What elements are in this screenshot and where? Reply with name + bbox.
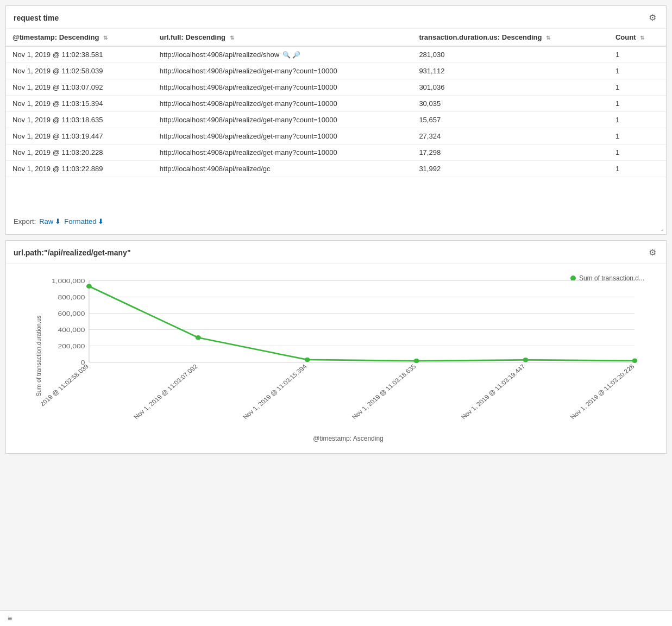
cell-timestamp: Nov 1, 2019 @ 11:03:22.889 — [6, 161, 153, 177]
chart-svg-container: 0200,000400,000600,000800,0001,000,000No… — [41, 269, 655, 432]
resize-handle[interactable]: ⌟ — [661, 224, 664, 232]
url-text: http://localhost:4908/api/realized/gc — [160, 165, 271, 173]
cell-duration: 31,992 — [412, 161, 609, 177]
line-chart: 0200,000400,000600,000800,0001,000,000No… — [41, 269, 655, 432]
col-count[interactable]: Count ⇅ — [609, 29, 666, 46]
svg-point-14 — [86, 284, 92, 289]
cell-duration: 30,035 — [412, 96, 609, 112]
svg-text:Nov 1, 2019 @ 11:03:07.092: Nov 1, 2019 @ 11:03:07.092 — [132, 363, 199, 420]
cell-timestamp: Nov 1, 2019 @ 11:03:15.394 — [6, 96, 153, 112]
cell-duration: 27,324 — [412, 128, 609, 145]
svg-text:Nov 1, 2019 @ 11:03:18.635: Nov 1, 2019 @ 11:03:18.635 — [350, 363, 417, 420]
chart-panel: url.path:"/api/realized/get-many" ⚙ Sum … — [5, 240, 667, 454]
search-minus-icon[interactable]: 🔎 — [292, 51, 300, 59]
download-icon-raw: ⬇ — [55, 217, 61, 226]
cell-url: http://localhost:4908/api/realized/show🔍… — [153, 46, 413, 63]
svg-text:1,000,000: 1,000,000 — [52, 277, 85, 285]
cell-url: http://localhost:4908/api/realized/get-m… — [153, 96, 413, 112]
svg-text:Nov 1, 2019 @ 11:03:15.394: Nov 1, 2019 @ 11:03:15.394 — [241, 363, 309, 421]
url-text: http://localhost:4908/api/realized/get-m… — [160, 67, 337, 75]
col-timestamp[interactable]: @timestamp: Descending ⇅ — [6, 29, 153, 46]
search-plus-icon[interactable]: 🔍 — [282, 51, 291, 59]
cell-duration: 15,657 — [412, 112, 609, 128]
request-time-panel: request time ⚙ @timestamp: Descending ⇅ … — [5, 5, 667, 235]
svg-point-18 — [523, 358, 528, 362]
url-text: http://localhost:4908/api/realized/get-m… — [160, 132, 337, 140]
panel2-title: url.path:"/api/realized/get-many" — [14, 248, 131, 257]
cell-count: 1 — [609, 161, 666, 177]
table-header-row: @timestamp: Descending ⇅ url.full: Desce… — [6, 29, 666, 46]
sort-icon-timestamp: ⇅ — [103, 35, 108, 41]
panel1-gear-button[interactable]: ⚙ — [646, 11, 658, 24]
cell-count: 1 — [609, 63, 666, 79]
svg-text:200,000: 200,000 — [58, 342, 85, 350]
table-row: Nov 1, 2019 @ 11:02:38.581http://localho… — [6, 46, 666, 63]
cell-count: 1 — [609, 46, 666, 63]
url-text: http://localhost:4908/api/realized/get-m… — [160, 99, 337, 108]
sort-icon-url: ⇅ — [230, 35, 234, 41]
cell-count: 1 — [609, 145, 666, 161]
svg-text:400,000: 400,000 — [58, 326, 85, 334]
cell-count: 1 — [609, 128, 666, 145]
svg-point-19 — [632, 359, 637, 364]
cell-url: http://localhost:4908/api/realized/get-m… — [153, 128, 413, 145]
url-text: http://localhost:4908/api/realized/show — [160, 51, 279, 59]
export-bar: Export: Raw ⬇ Formatted ⬇ — [6, 210, 666, 234]
svg-text:Nov 1, 2019 @ 11:03:19.447: Nov 1, 2019 @ 11:03:19.447 — [460, 363, 526, 420]
col-url[interactable]: url.full: Descending ⇅ — [153, 29, 413, 46]
cell-duration: 931,112 — [412, 63, 609, 79]
panel1-title: request time — [14, 14, 59, 22]
table-body: Nov 1, 2019 @ 11:02:38.581http://localho… — [6, 46, 666, 177]
table-row: Nov 1, 2019 @ 11:03:15.394http://localho… — [6, 96, 666, 112]
col-duration[interactable]: transaction.duration.us: Descending ⇅ — [412, 29, 609, 46]
cell-timestamp: Nov 1, 2019 @ 11:03:19.447 — [6, 128, 153, 145]
cell-timestamp: Nov 1, 2019 @ 11:03:18.635 — [6, 112, 153, 128]
url-text: http://localhost:4908/api/realized/get-m… — [160, 116, 337, 124]
sort-icon-duration: ⇅ — [546, 35, 550, 41]
cell-duration: 17,298 — [412, 145, 609, 161]
table-row: Nov 1, 2019 @ 11:03:22.889http://localho… — [6, 161, 666, 177]
svg-point-17 — [414, 359, 419, 364]
table-row: Nov 1, 2019 @ 11:03:18.635http://localho… — [6, 112, 666, 128]
cell-duration: 301,036 — [412, 79, 609, 96]
url-text: http://localhost:4908/api/realized/get-m… — [160, 148, 337, 156]
table-row: Nov 1, 2019 @ 11:03:20.228http://localho… — [6, 145, 666, 161]
export-formatted-link[interactable]: Formatted ⬇ — [64, 217, 104, 226]
export-label: Export: — [14, 217, 36, 226]
table-container: @timestamp: Descending ⇅ url.full: Desce… — [6, 29, 666, 177]
cell-url: http://localhost:4908/api/realized/get-m… — [153, 112, 413, 128]
cell-url: http://localhost:4908/api/realized/gc — [153, 161, 413, 177]
x-axis-label: @timestamp: Ascending — [41, 435, 655, 442]
cell-url: http://localhost:4908/api/realized/get-m… — [153, 145, 413, 161]
url-text: http://localhost:4908/api/realized/get-m… — [160, 83, 337, 91]
cell-count: 1 — [609, 112, 666, 128]
svg-text:800,000: 800,000 — [58, 293, 85, 301]
cell-count: 1 — [609, 79, 666, 96]
table-row: Nov 1, 2019 @ 11:02:58.039http://localho… — [6, 63, 666, 79]
table-row: Nov 1, 2019 @ 11:03:19.447http://localho… — [6, 128, 666, 145]
svg-point-16 — [305, 358, 310, 362]
cell-count: 1 — [609, 96, 666, 112]
panel2-header: url.path:"/api/realized/get-many" ⚙ — [6, 241, 666, 264]
table-row: Nov 1, 2019 @ 11:03:07.092http://localho… — [6, 79, 666, 96]
sort-icon-count: ⇅ — [640, 35, 644, 41]
request-time-table: @timestamp: Descending ⇅ url.full: Desce… — [6, 29, 666, 177]
cell-timestamp: Nov 1, 2019 @ 11:03:07.092 — [6, 79, 153, 96]
cell-timestamp: Nov 1, 2019 @ 11:02:58.039 — [6, 63, 153, 79]
svg-text:600,000: 600,000 — [58, 310, 85, 317]
download-icon-formatted: ⬇ — [98, 217, 104, 226]
svg-text:Nov 1, 2019 @ 11:02:58.039: Nov 1, 2019 @ 11:02:58.039 — [41, 363, 90, 420]
cell-url: http://localhost:4908/api/realized/get-m… — [153, 79, 413, 96]
cell-duration: 281,030 — [412, 46, 609, 63]
cell-url: http://localhost:4908/api/realized/get-m… — [153, 63, 413, 79]
cell-timestamp: Nov 1, 2019 @ 11:02:38.581 — [6, 46, 153, 63]
panel1-header: request time ⚙ — [6, 6, 666, 29]
export-raw-link[interactable]: Raw ⬇ — [39, 217, 61, 226]
panel2-gear-button[interactable]: ⚙ — [646, 246, 658, 259]
cell-timestamp: Nov 1, 2019 @ 11:03:20.228 — [6, 145, 153, 161]
svg-point-15 — [196, 335, 201, 340]
svg-text:Nov 1, 2019 @ 11:03:20.228: Nov 1, 2019 @ 11:03:20.228 — [568, 363, 635, 420]
